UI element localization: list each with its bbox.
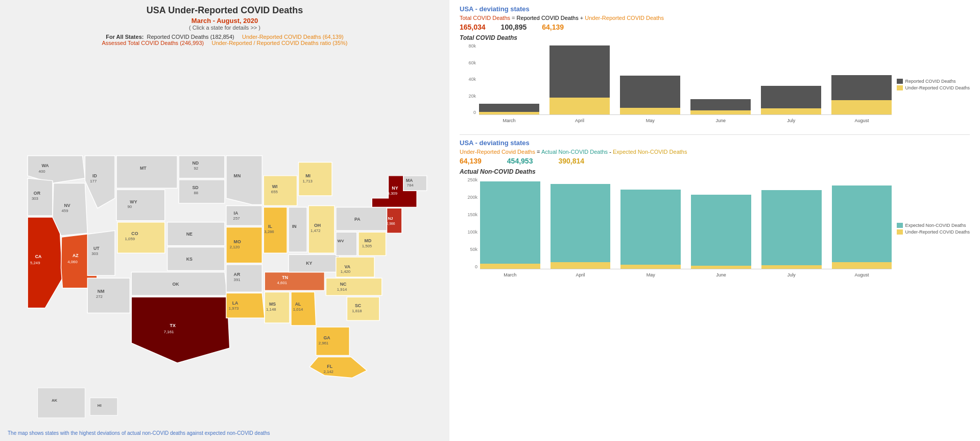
actual-non-covid-label: Actual Non-COVID Deaths [541,149,608,155]
legend-box-under-b [897,229,903,235]
svg-marker-78 [289,254,340,272]
bottom-chart-area: 250k 200k 150k 100k 50k 0 MarchAprilMayJ… [460,177,892,280]
map-footer: The map shows states with the highest de… [8,430,442,436]
bar-expected-may [620,190,681,265]
svg-text:177: 177 [90,179,97,183]
svg-text:LA: LA [232,300,238,306]
assessed-label: Assessed Total COVID Deaths (246,993) [102,40,204,46]
svg-text:MD: MD [365,238,372,243]
svg-marker-42 [131,272,227,295]
bar-group-b-may [620,190,681,269]
bar-under-b-july [761,265,822,269]
svg-marker-100 [309,357,367,378]
svg-marker-38 [168,222,225,246]
actual-val: 454,953 [507,157,533,165]
main-title: USA Under-Reported COVID Deaths [8,5,442,16]
equals-op-b: = [537,149,541,155]
svg-text:CA: CA [35,254,42,259]
total-deaths-val: 165,034 [460,23,486,31]
svg-text:AR: AR [234,272,241,277]
top-chart-title: Total COVID Deaths [460,34,970,41]
svg-text:303: 303 [91,251,98,256]
equals-op: = [512,15,516,21]
map-container: WA 400 OR 303 CA 5,249 ID 177 NV 459 AZ … [8,48,442,428]
svg-text:391: 391 [234,277,241,282]
svg-marker-12 [53,183,87,236]
x-label-may: May [620,118,680,123]
svg-text:NJ: NJ [388,216,393,221]
svg-text:UT: UT [93,246,100,251]
svg-text:1,472: 1,472 [310,228,321,233]
svg-text:FL: FL [327,364,332,369]
svg-text:88: 88 [194,191,198,195]
svg-text:1,713: 1,713 [302,179,313,183]
bottom-y-axis: 250k 200k 150k 100k 50k 0 [460,177,479,269]
svg-text:IL: IL [268,224,272,229]
y-label-200k: 200k [467,195,477,200]
svg-text:7,161: 7,161 [164,330,174,334]
y-label-0: 0 [473,110,476,115]
bar-group-july [761,86,821,114]
svg-text:TN: TN [282,275,288,280]
bar-under-b-march [480,264,540,269]
svg-marker-67 [265,272,324,290]
bar-under-august [831,100,892,114]
bar-expected-april [551,184,611,263]
svg-text:272: 272 [96,294,103,299]
bar-group-march [479,104,539,114]
x-label-april: April [549,118,610,123]
legend-box-reported [897,79,903,84]
svg-text:AK: AK [52,398,58,403]
legend-label-under-b: Under-Reported COVID Deaths [905,229,970,235]
y-label-40k: 40k [468,77,476,82]
svg-text:NC: NC [340,282,347,287]
y-label-250k: 250k [467,177,477,182]
bar-expected-june [691,195,751,266]
bar-under-b-june [691,266,751,269]
svg-text:WI: WI [272,184,278,189]
total-deaths-formula-label: Total COVID Deaths [460,15,510,21]
x-label-b-april: April [551,272,611,277]
x-label-b-june: June [691,272,751,277]
svg-text:MA: MA [406,178,413,183]
bar-expected-august [832,185,892,262]
svg-text:1,914: 1,914 [337,287,347,292]
svg-text:2,961: 2,961 [319,341,329,345]
y-label-60k: 60k [468,60,476,65]
svg-text:IN: IN [292,224,297,229]
subtitle: March - August, 2020 [8,17,442,25]
legend-label-under: Under-Reported COVID Deaths [905,85,970,90]
bar-group-b-april [551,184,611,269]
legend-item-under-b: Under-Reported COVID Deaths [897,229,970,235]
svg-marker-103 [336,207,387,230]
svg-text:4,060: 4,060 [67,260,78,264]
svg-text:WY: WY [130,199,137,204]
expected-val: 390,814 [558,157,584,165]
svg-text:WA: WA [41,163,49,168]
y-label-80k: 80k [468,43,476,49]
svg-text:MI: MI [305,173,310,178]
y-label-0b: 0 [475,264,477,269]
svg-text:1,014: 1,014 [293,307,303,312]
svg-text:TX: TX [170,323,176,328]
svg-marker-18 [116,156,177,189]
bar-under-b-may [620,265,681,269]
svg-text:400: 400 [39,169,46,174]
svg-text:KS: KS [186,257,193,262]
bar-reported-june [690,99,751,110]
svg-text:NV: NV [64,203,70,208]
svg-text:2,120: 2,120 [230,245,240,249]
bottom-bars-container [480,177,892,269]
svg-text:303: 303 [32,196,38,201]
legend-item-expected: Expected Non-COVID Deaths [897,223,970,228]
bar-under-july [761,108,821,114]
click-hint: ( Click a state for details >> ) [8,25,442,31]
expected-non-covid-label: Expected Non-COVID Deaths [613,149,687,155]
bottom-x-labels: MarchAprilMayJuneJulyAugust [480,270,892,280]
svg-text:1,973: 1,973 [229,306,239,311]
section-divider [460,134,970,135]
ratio-label: Under-Reported / Reported COVID Deaths r… [212,40,348,46]
bar-expected-march [480,181,540,264]
usa-map[interactable]: WA 400 OR 303 CA 5,249 ID 177 NV 459 AZ … [8,48,442,428]
reported-deaths-label: Reported COVID Deaths [517,15,579,21]
